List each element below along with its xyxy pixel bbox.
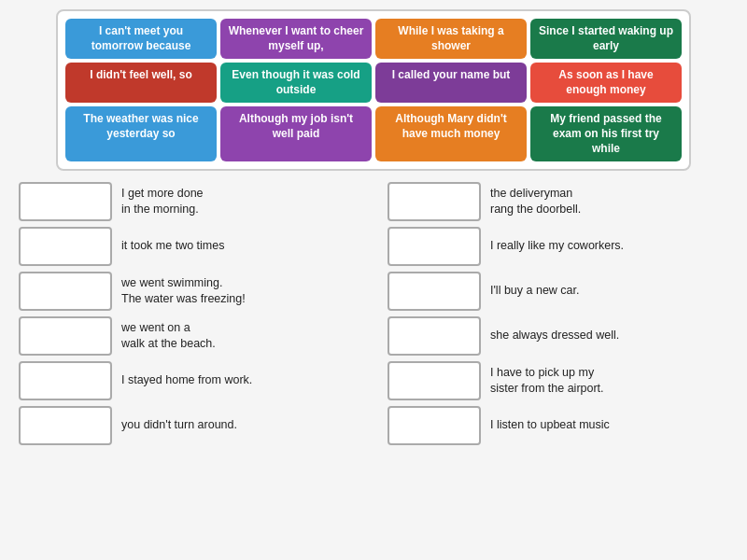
card-9[interactable]: The weather was nice yesterday so [65,106,217,161]
drop-box-left-3[interactable] [19,316,112,356]
matching-area: I get more done in the morning.the deliv… [19,182,728,445]
match-text-right-1: I really like my coworkers. [490,238,624,255]
match-text-left-5: you didn't turn around. [121,417,237,434]
card-1[interactable]: I can't meet you tomorrow because [65,19,217,59]
drop-box-left-5[interactable] [19,406,112,445]
drop-box-right-5[interactable] [388,406,481,445]
match-row-left-2: we went swimming. The water was freezing… [19,272,359,311]
match-row-right-1: I really like my coworkers. [388,227,728,266]
drop-box-right-2[interactable] [388,272,481,311]
card-10[interactable]: Although my job isn't well paid [220,106,372,161]
match-text-right-3: she always dressed well. [490,328,619,344]
match-text-right-4: I have to pick up my sister from the air… [490,365,604,398]
match-row-right-5: I listen to upbeat music [388,406,728,445]
card-8[interactable]: As soon as I have enough money [530,63,682,103]
card-2[interactable]: Whenever I want to cheer myself up, [220,19,372,59]
match-row-right-0: the deliveryman rang the doorbell. [388,182,728,221]
match-text-right-0: the deliveryman rang the doorbell. [490,186,581,218]
match-text-right-5: I listen to upbeat music [490,417,610,434]
match-text-left-4: I stayed home from work. [121,372,252,389]
match-text-left-3: we went on a walk at the beach. [121,320,216,353]
card-5[interactable]: I didn't feel well, so [65,63,217,103]
match-row-left-0: I get more done in the morning. [19,182,359,221]
drop-box-left-2[interactable] [19,272,112,311]
drop-box-right-1[interactable] [388,227,481,266]
card-11[interactable]: Although Mary didn't have much money [375,106,527,161]
match-text-left-0: I get more done in the morning. [121,186,204,218]
drop-box-left-0[interactable] [19,182,112,221]
match-text-right-2: I'll buy a new car. [490,283,580,300]
match-row-right-3: she always dressed well. [388,316,728,356]
drop-box-right-0[interactable] [388,182,481,221]
card-7[interactable]: I called your name but [375,63,527,103]
match-row-left-3: we went on a walk at the beach. [19,316,359,356]
drop-box-right-3[interactable] [388,316,481,356]
match-row-right-2: I'll buy a new car. [388,272,728,311]
card-6[interactable]: Even though it was cold outside [220,63,372,103]
match-row-right-4: I have to pick up my sister from the air… [388,361,728,400]
match-text-left-1: it took me two times [121,238,224,255]
match-row-left-5: you didn't turn around. [19,406,359,445]
match-row-left-4: I stayed home from work. [19,361,359,400]
drop-box-right-4[interactable] [388,361,481,400]
match-text-left-2: we went swimming. The water was freezing… [121,275,246,308]
card-4[interactable]: Since I started waking up early [530,19,682,59]
card-grid: I can't meet you tomorrow becauseWheneve… [56,9,691,171]
drop-box-left-1[interactable] [19,227,112,266]
card-3[interactable]: While I was taking a shower [375,19,527,59]
card-12[interactable]: My friend passed the exam on his first t… [530,106,682,161]
drop-box-left-4[interactable] [19,361,112,400]
match-row-left-1: it took me two times [19,227,359,266]
